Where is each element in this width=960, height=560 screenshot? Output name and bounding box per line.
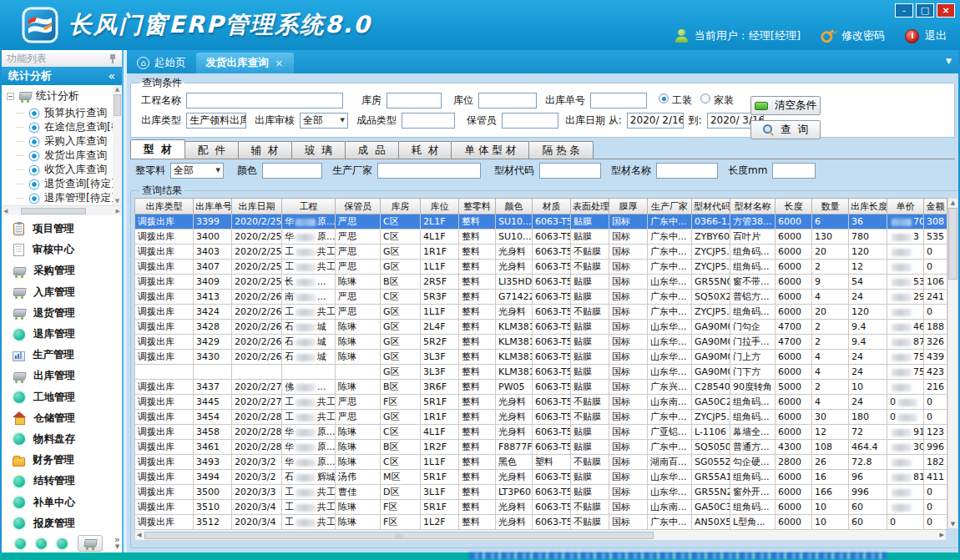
maximize-button[interactable]: □: [916, 3, 934, 18]
length-input[interactable]: [772, 163, 816, 179]
sidebar-group-入库管理[interactable]: 入库管理: [2, 282, 122, 303]
column-header-工程[interactable]: 工程: [282, 199, 336, 214]
table-row[interactable]: 调拨出库34932020/3/2华原...陈琳C区1L1F整料黑色塑料不贴膜国标…: [135, 455, 947, 470]
sidebar-group-物料盘存[interactable]: 物料盘存: [2, 429, 122, 450]
scroll-up-icon[interactable]: ▲: [951, 199, 955, 207]
column-header-颜色[interactable]: 颜色: [496, 199, 533, 214]
color-input[interactable]: [262, 163, 322, 179]
sidebar-group-报废管理[interactable]: 报废管理: [2, 513, 122, 534]
collapse-icon[interactable]: «: [108, 69, 115, 83]
column-header-金额[interactable]: 金额: [924, 199, 947, 214]
sidebar-group-仓储管理[interactable]: 仓储管理: [2, 408, 122, 429]
group-shortcut-icon[interactable]: [57, 538, 68, 549]
column-header-膜厚[interactable]: 膜厚: [609, 199, 648, 214]
sidebar-group-工地管理[interactable]: 工地管理: [2, 387, 122, 408]
table-row[interactable]: 调拨出库34302020/2/26石城陈琳G区3L3F整料KLM38176063…: [135, 350, 947, 365]
sidebar-group-项目管理[interactable]: 项目管理: [2, 219, 122, 240]
tree-item-退库管理[待定][interactable]: 退库管理[待定]: [2, 191, 122, 205]
material-tab-8[interactable]: 隔 热 条: [528, 141, 593, 159]
sidebar-section-statistics[interactable]: 统计分析 «: [2, 67, 122, 85]
column-header-生产厂家[interactable]: 生产厂家: [648, 199, 692, 214]
table-row[interactable]: 调拨出库34002020/2/25华原...严思C区4L1F整料SU10...6…: [135, 230, 947, 245]
sidebar-group-出库管理[interactable]: 出库管理: [2, 366, 122, 386]
column-header-表面处理[interactable]: 表面处理: [571, 199, 609, 214]
group-shortcut-icon[interactable]: [15, 538, 26, 549]
scroll-thumb[interactable]: [114, 94, 121, 116]
table-row[interactable]: 调拨出库35002020/3/3工共工程曹佳D区3L1F整料LT3P606063…: [135, 485, 947, 500]
table-row[interactable]: 调拨出库34942020/3/2石辉城汤伟M区5R1F整料光身料6063-T5贴…: [135, 470, 947, 485]
tab-list-caret-icon[interactable]: ▼: [946, 57, 952, 65]
table-row[interactable]: 调拨出库34092020/2/25长...陈琳B区2R5F整料LI35HD606…: [135, 275, 947, 290]
tab-close-icon[interactable]: ×: [275, 58, 284, 69]
sidebar-group-结转管理[interactable]: 结转管理: [2, 471, 122, 492]
scroll-thumb[interactable]: |||: [144, 532, 654, 539]
group-shortcut-cart-button[interactable]: [78, 535, 103, 552]
table-row[interactable]: 调拨出库34292020/2/26石城陈琳G区5R2F整料KLM38176063…: [135, 335, 947, 350]
sidebar-group-审核中心[interactable]: 审核中心: [2, 240, 122, 260]
scroll-down-icon[interactable]: ▼: [115, 197, 119, 205]
sidebar-group-退库管理[interactable]: 退库管理: [2, 324, 122, 345]
column-header-出库类型[interactable]: 出库类型: [135, 199, 194, 214]
scroll-thumb[interactable]: [21, 208, 86, 214]
tab-shipping-outbound-query[interactable]: 发货出库查询 ×: [196, 53, 294, 73]
table-scrollbar-vertical[interactable]: ▲ ▼: [947, 198, 958, 529]
table-row[interactable]: 调拨出库34372020/2/27佛...陈琳B区3R6F整料PW056063-…: [135, 380, 947, 395]
scroll-up-icon[interactable]: ▲: [115, 85, 119, 93]
sidebar-group-退货管理[interactable]: 退货管理: [2, 303, 122, 324]
column-header-出库单号[interactable]: 出库单号: [194, 199, 232, 214]
column-header-长度[interactable]: 长度: [776, 199, 812, 214]
material-tab-3[interactable]: 辅 材: [238, 141, 292, 159]
table-row[interactable]: 调拨出库34072020/2/25工共工程严思G区1L1F整料光身料6063-T…: [135, 260, 947, 275]
warehouse-input[interactable]: [387, 93, 442, 108]
minimize-button[interactable]: -: [895, 3, 913, 18]
close-button[interactable]: ×: [937, 3, 955, 18]
profile-name-input[interactable]: [656, 163, 718, 179]
material-tab-2[interactable]: 配 件: [184, 141, 239, 159]
out-type-select[interactable]: 生产领料出库: [186, 113, 246, 129]
table-row[interactable]: 调拨出库34032020/2/25工共工程严思G区1R1F整料光身料6063-T…: [135, 245, 947, 260]
tree-scrollbar-vertical[interactable]: ▲ ▼: [113, 85, 122, 205]
change-password-link[interactable]: 修改密码: [841, 28, 885, 43]
more-groups-button[interactable]: »▼: [114, 537, 120, 550]
scroll-thumb[interactable]: [948, 208, 957, 280]
material-tab-6[interactable]: 耗 材: [398, 141, 452, 159]
table-row[interactable]: 调拨出库34542020/2/28工共工程严思G区1R1F整料光身料6063-T…: [135, 410, 947, 425]
column-header-保管员[interactable]: 保管员: [336, 199, 381, 214]
sidebar-group-补单中心[interactable]: 补单中心: [2, 492, 122, 512]
tree-item-采购入库查询[interactable]: 采购入库查询: [2, 134, 122, 149]
column-header-库房[interactable]: 库房: [381, 199, 421, 214]
radio-家装[interactable]: [700, 93, 710, 103]
group-shortcut-icon[interactable]: [36, 538, 47, 549]
material-tab-4[interactable]: 玻 璃: [291, 141, 346, 159]
sidebar-group-财务管理[interactable]: 财务管理: [2, 450, 122, 471]
project-name-input[interactable]: [186, 93, 343, 108]
tree-root-statistics[interactable]: 统计分析: [2, 85, 122, 106]
tree-item-预算执行查询[interactable]: 预算执行查询: [2, 106, 122, 120]
audit-select[interactable]: 全部: [300, 113, 348, 129]
radio-工装[interactable]: [659, 93, 669, 103]
column-header-材质[interactable]: 材质: [533, 199, 571, 214]
manufacturer-input[interactable]: [377, 163, 481, 179]
clear-conditions-button[interactable]: 清空条件: [750, 96, 821, 115]
expander-icon[interactable]: [7, 93, 14, 100]
table-scrollbar-horizontal[interactable]: ◀ ||| ▶: [134, 530, 947, 541]
table-row[interactable]: 调拨出库34452020/2/27工共工程严思F区5R1F整料光身料6063-T…: [135, 395, 947, 410]
tree-item-退货查询[待定][interactable]: 退货查询[待定]: [2, 177, 122, 191]
table-row[interactable]: 调拨出库34132020/2/26南...严思C区5R3F整料G71422606…: [135, 290, 947, 305]
scroll-left-icon[interactable]: ◀: [3, 207, 8, 215]
column-header-出库长度[interactable]: 出库长度: [849, 199, 887, 214]
column-header-型材名称[interactable]: 型材名称: [730, 199, 776, 214]
sidebar-group-生产管理[interactable]: 生产管理: [2, 345, 122, 366]
material-tab-5[interactable]: 成 品: [345, 141, 399, 159]
order-no-input[interactable]: [590, 93, 647, 108]
column-header-库位[interactable]: 库位: [421, 199, 459, 214]
table-row[interactable]: 调拨出库34282020/2/26石城陈琳G区2L4F整料KLM38176063…: [135, 320, 947, 335]
table-row[interactable]: 调拨出库33992020/2/25华原...严思C区2L1F整料SU10...6…: [135, 214, 947, 230]
table-row[interactable]: 调拨出库35122020/3/4工共工程陈琳F区1L2F整料光身料6063-T5…: [135, 515, 947, 530]
whole-piece-select[interactable]: 全部: [170, 163, 224, 179]
table-row[interactable]: G区3L3F整料KLM38176063-T5贴膜国标山东华...GA90M09.…: [135, 365, 947, 380]
profile-code-input[interactable]: [539, 163, 601, 179]
material-tab-7[interactable]: 单 体 型 材: [451, 141, 529, 159]
column-header-单价[interactable]: 单价: [887, 199, 924, 214]
date-from-select[interactable]: 2020/ 2/16: [627, 113, 684, 129]
